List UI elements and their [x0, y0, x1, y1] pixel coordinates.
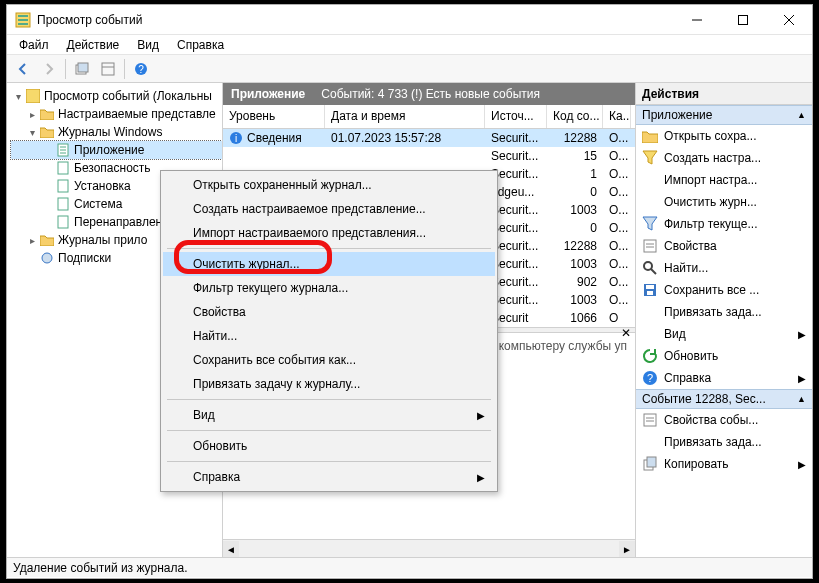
action-item[interactable]: Привязать зада... — [636, 431, 812, 453]
context-menu-item[interactable]: Открыть сохраненный журнал... — [163, 173, 495, 197]
svg-text:?: ? — [138, 64, 144, 75]
toolbar: ? — [7, 55, 812, 83]
action-item[interactable]: Копировать▶ — [636, 453, 812, 475]
menu-help[interactable]: Справка — [169, 36, 232, 54]
help-button[interactable]: ? — [129, 58, 153, 80]
context-menu-item[interactable]: Очистить журнал... — [163, 252, 495, 276]
action-item[interactable]: Импорт настра... — [636, 169, 812, 191]
hscrollbar[interactable]: ◄ ► — [223, 539, 635, 557]
none-icon — [642, 304, 658, 320]
actions-header: Действия — [636, 83, 812, 105]
none-icon — [642, 172, 658, 188]
context-menu-item[interactable]: Импорт настраиваемого представления... — [163, 221, 495, 245]
action-item[interactable]: Открыть сохра... — [636, 125, 812, 147]
props-icon — [642, 238, 658, 254]
svg-text:i: i — [235, 133, 237, 144]
svg-point-29 — [644, 262, 652, 270]
svg-rect-3 — [18, 23, 28, 25]
menubar: Файл Действие Вид Справка — [7, 35, 812, 55]
maximize-button[interactable] — [720, 5, 766, 35]
log-icon — [55, 196, 71, 212]
svg-rect-22 — [58, 216, 68, 228]
action-item[interactable]: Найти... — [636, 257, 812, 279]
col-source[interactable]: Источ... — [485, 105, 547, 128]
actions-section-event[interactable]: Событие 12288, Sec...▲ — [636, 389, 812, 409]
svg-rect-9 — [78, 63, 88, 72]
folder-open-icon — [642, 128, 658, 144]
none-icon — [642, 194, 658, 210]
save-icon — [642, 282, 658, 298]
action-item[interactable]: Привязать зада... — [636, 301, 812, 323]
menu-action[interactable]: Действие — [59, 36, 128, 54]
col-category[interactable]: Ка... — [603, 105, 631, 128]
svg-rect-40 — [647, 457, 656, 467]
props-icon — [642, 412, 658, 428]
svg-rect-14 — [26, 89, 40, 103]
toolbar-btn-2[interactable] — [96, 58, 120, 80]
log-icon — [55, 160, 71, 176]
info-icon: i — [229, 131, 243, 145]
titlebar: Просмотр событий — [7, 5, 812, 35]
col-level[interactable]: Уровень — [223, 105, 325, 128]
folder-icon — [39, 232, 55, 248]
tree-windows-logs[interactable]: ▾ Журналы Windows — [11, 123, 222, 141]
context-menu-item[interactable]: Создать настраиваемое представление... — [163, 197, 495, 221]
minimize-button[interactable] — [674, 5, 720, 35]
svg-point-23 — [42, 253, 52, 263]
context-menu-item[interactable]: Справка▶ — [163, 465, 495, 489]
context-menu-item[interactable]: Обновить — [163, 434, 495, 458]
svg-rect-2 — [18, 19, 28, 21]
context-menu-item[interactable]: Вид▶ — [163, 403, 495, 427]
tree-custom-views[interactable]: ▸ Настраиваемые представле — [11, 105, 222, 123]
eventviewer-icon — [25, 88, 41, 104]
find-icon — [642, 260, 658, 276]
table-row[interactable]: iСведения01.07.2023 15:57:28Securit...12… — [223, 129, 635, 147]
action-item[interactable]: Фильтр текуще... — [636, 213, 812, 235]
col-datetime[interactable]: Дата и время — [325, 105, 485, 128]
forward-button[interactable] — [37, 58, 61, 80]
svg-line-30 — [651, 269, 656, 274]
table-row[interactable]: Securit...15О... — [223, 147, 635, 165]
col-code[interactable]: Код со... — [547, 105, 603, 128]
action-item[interactable]: Очистить журн... — [636, 191, 812, 213]
grid-header: Уровень Дата и время Источ... Код со... … — [223, 105, 635, 129]
context-menu-item[interactable]: Найти... — [163, 324, 495, 348]
action-item[interactable]: Свойства — [636, 235, 812, 257]
action-item[interactable]: ?Справка▶ — [636, 367, 812, 389]
action-item[interactable]: Обновить — [636, 345, 812, 367]
subs-icon — [39, 250, 55, 266]
tree-root[interactable]: ▾ Просмотр событий (Локальны — [11, 87, 222, 105]
svg-rect-21 — [58, 198, 68, 210]
context-menu: Открыть сохраненный журнал...Создать нас… — [160, 170, 498, 492]
none-icon — [642, 434, 658, 450]
svg-rect-32 — [646, 285, 654, 289]
context-menu-item[interactable]: Сохранить все события как... — [163, 348, 495, 372]
scroll-left-icon[interactable]: ◄ — [223, 541, 239, 557]
action-item[interactable]: Вид▶ — [636, 323, 812, 345]
context-menu-item[interactable]: Фильтр текущего журнала... — [163, 276, 495, 300]
back-button[interactable] — [11, 58, 35, 80]
action-item[interactable]: Создать настра... — [636, 147, 812, 169]
context-menu-item[interactable]: Привязать задачу к журналу... — [163, 372, 495, 396]
log-icon — [55, 178, 71, 194]
menu-view[interactable]: Вид — [129, 36, 167, 54]
action-item[interactable]: Свойства собы... — [636, 409, 812, 431]
actions-section-app[interactable]: Приложение▲ — [636, 105, 812, 125]
app-icon — [15, 12, 31, 28]
statusbar: Удаление событий из журнала. — [7, 557, 812, 577]
svg-rect-20 — [58, 180, 68, 192]
toolbar-btn-1[interactable] — [70, 58, 94, 80]
refresh-icon — [642, 348, 658, 364]
close-detail-icon[interactable]: ✕ — [621, 326, 631, 340]
close-button[interactable] — [766, 5, 812, 35]
help-icon: ? — [642, 370, 658, 386]
action-item[interactable]: Сохранить все ... — [636, 279, 812, 301]
window-title: Просмотр событий — [37, 13, 674, 27]
menu-file[interactable]: Файл — [11, 36, 57, 54]
svg-rect-26 — [644, 240, 656, 252]
panel-subtitle: Событий: 4 733 (!) Есть новые события — [321, 87, 540, 101]
log-icon — [55, 142, 71, 158]
scroll-right-icon[interactable]: ► — [619, 541, 635, 557]
context-menu-item[interactable]: Свойства — [163, 300, 495, 324]
tree-item-application[interactable]: Приложение — [11, 141, 222, 159]
